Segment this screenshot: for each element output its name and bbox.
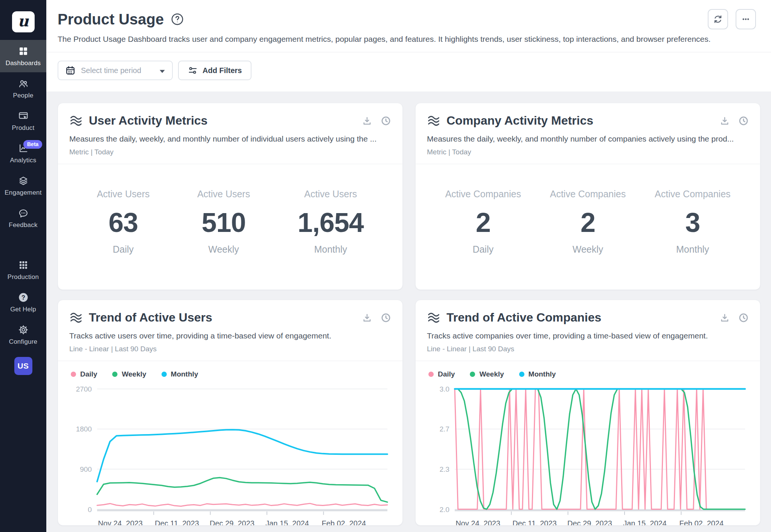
card-trend-active-companies: Trend of Active Companies Tracks active … [415,300,760,526]
legend-item-daily[interactable]: Daily [428,370,455,378]
legend-item-daily[interactable]: Daily [71,370,97,378]
card-meta: Metric | Today [427,148,749,164]
stat-value: 510 [197,207,250,238]
stat-label: Active Companies [550,189,626,200]
time-period-select[interactable]: Select time period [58,61,173,80]
sidebar-item-label: Dashboards [6,59,41,67]
clock-icon[interactable] [738,116,749,126]
sidebar-item-production[interactable]: Production [0,254,46,286]
clock-icon[interactable] [381,312,391,323]
svg-text:Dec 11, 2023: Dec 11, 2023 [512,519,556,526]
card-trend-active-users: Trend of Active Users Tracks active user… [58,300,403,526]
sidebar-item-engagement[interactable]: Engagement [0,169,46,202]
legend-item-weekly[interactable]: Weekly [470,370,504,378]
card-description: Measures the daily, weekly, and monthly … [427,134,749,143]
sidebar-item-analytics[interactable]: Analytics Beta [0,137,46,169]
app-logo[interactable]: u [12,11,35,32]
legend-item-monthly[interactable]: Monthly [519,370,556,378]
production-icon [18,260,29,270]
download-icon[interactable] [362,116,372,126]
stat-period: Monthly [655,244,730,255]
sidebar-nav: Dashboards People Product Analytics [0,40,46,375]
download-icon[interactable] [362,312,372,323]
nav-spacer [0,234,46,254]
clock-icon[interactable] [381,116,391,126]
card-description: Measures the daily, weekly, and monthly … [69,134,391,143]
stat-monthly: Active Users 1,654 Monthly [298,189,364,255]
configure-icon [18,325,29,335]
beta-badge: Beta [23,140,42,149]
sidebar-item-product[interactable]: Product [0,105,46,137]
svg-text:2.7: 2.7 [440,425,449,433]
svg-text:Feb 02, 2024: Feb 02, 2024 [322,519,366,526]
stats-row: Active Companies 2 Daily Active Companie… [416,189,760,255]
download-icon[interactable] [719,116,730,126]
clock-icon[interactable] [738,312,749,323]
filter-bar: Select time period Add Filters [46,52,771,91]
stat-label: Active Companies [445,189,521,200]
sidebar-item-dashboards[interactable]: Dashboards [0,40,46,72]
trend-chart-icon [69,114,83,128]
stat-period: Weekly [197,244,250,255]
stats-row: Active Users 63 Daily Active Users 510 W… [58,189,402,255]
sidebar-item-label: Production [8,273,39,281]
svg-text:Dec 29, 2023: Dec 29, 2023 [210,519,254,526]
svg-text:Jan 15, 2024: Jan 15, 2024 [623,519,666,526]
card-title: User Activity Metrics [89,114,207,128]
add-filters-label: Add Filters [203,66,242,75]
page-header: Product Usage The Product Usage Dashboar… [46,0,771,52]
svg-text:?: ? [21,294,25,301]
sidebar-item-people[interactable]: People [0,72,46,105]
dashboards-icon [18,46,29,56]
card-user-activity-metrics: User Activity Metrics Measures the daily… [58,103,403,290]
user-avatar[interactable]: US [14,357,32,375]
card-meta: Line - Linear | Last 90 Days [69,345,391,361]
sidebar-item-label: Engagement [5,189,41,197]
stat-weekly: Active Companies 2 Weekly [550,189,626,255]
stat-label: Active Users [298,189,364,200]
svg-text:2700: 2700 [76,385,92,393]
chart-legend: Daily Weekly Monthly [428,370,749,378]
legend-item-weekly[interactable]: Weekly [112,370,146,378]
stat-label: Active Users [97,189,149,200]
trend-chart-icon [427,114,440,128]
app-root: u Dashboards People Product [0,0,771,532]
add-filters-button[interactable]: Add Filters [178,61,251,80]
svg-text:2.3: 2.3 [440,465,449,473]
sidebar-item-get-help[interactable]: ? Get Help [0,286,46,319]
header-actions [708,9,756,29]
get-help-icon: ? [18,292,29,303]
legend-dot [428,372,434,377]
trend-chart-icon [69,311,83,325]
legend-label: Weekly [122,370,146,378]
people-icon [18,78,29,89]
legend-item-monthly[interactable]: Monthly [162,370,198,378]
svg-text:Dec 11, 2023: Dec 11, 2023 [155,519,199,526]
card-description: Tracks active users over time, providing… [69,331,391,340]
svg-text:Jan 15, 2024: Jan 15, 2024 [265,519,309,526]
svg-text:Feb 02, 2024: Feb 02, 2024 [680,519,724,526]
stat-label: Active Companies [655,189,730,200]
legend-dot [470,372,475,377]
stat-value: 3 [655,207,730,238]
stat-daily: Active Companies 2 Daily [445,189,521,255]
help-icon[interactable] [171,12,184,26]
card-meta: Metric | Today [69,148,391,164]
trend-chart-icon [427,311,440,325]
svg-text:Nov 24, 2023: Nov 24, 2023 [456,519,500,526]
stat-label: Active Users [197,189,250,200]
card-title: Trend of Active Companies [446,311,601,325]
sidebar: u Dashboards People Product [0,0,46,532]
stat-value: 1,654 [298,207,364,238]
card-title: Company Activity Metrics [446,114,593,128]
card-description: Tracks active companies over time, provi… [427,331,749,340]
page-title: Product Usage [58,11,164,28]
stat-period: Daily [97,244,149,255]
sidebar-item-feedback[interactable]: Feedback [0,202,46,234]
refresh-button[interactable] [708,9,728,29]
sidebar-item-configure[interactable]: Configure [0,319,46,351]
more-options-button[interactable] [736,9,756,29]
download-icon[interactable] [719,312,730,323]
legend-dot [112,372,117,377]
stat-period: Weekly [550,244,626,255]
